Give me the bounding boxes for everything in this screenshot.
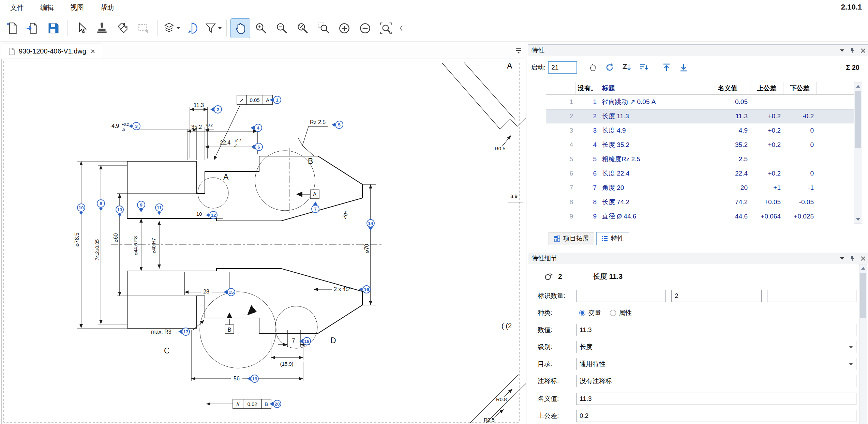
balloon-20[interactable]: 20 — [270, 400, 281, 408]
balloon-12[interactable]: 12 — [206, 211, 217, 219]
nominal-input[interactable] — [576, 393, 856, 405]
zoom-out-button[interactable] — [272, 18, 292, 38]
renumber-button[interactable] — [602, 60, 617, 75]
menu-edit[interactable]: 编辑 — [32, 1, 62, 14]
id-count-input-1[interactable] — [576, 290, 666, 302]
characteristic-row-7[interactable]: 77角度 2020+1-1 — [546, 181, 854, 195]
zoom-selection-button[interactable] — [314, 18, 333, 38]
characteristic-row-3[interactable]: 33长度 4.94.9+0.20 — [546, 123, 854, 138]
level-select[interactable]: 长度 — [576, 341, 856, 353]
id-count-input-2[interactable] — [671, 290, 762, 302]
svg-text:A: A — [266, 97, 269, 103]
balloon-8[interactable]: 8 — [97, 200, 105, 211]
toolbar-collapse-button[interactable] — [397, 18, 406, 38]
catalog-select[interactable]: 通用特性 — [576, 358, 856, 370]
balloon-15[interactable]: 15 — [224, 288, 235, 296]
radio-variable-input[interactable] — [579, 310, 585, 316]
window-list-button[interactable] — [513, 46, 524, 55]
balloon-6[interactable]: 6 — [251, 143, 263, 151]
table-scrollbar[interactable] — [854, 82, 862, 224]
pan-mini-button[interactable] — [585, 60, 600, 75]
menu-view[interactable]: 视图 — [62, 1, 92, 14]
panel-menu-caret-icon[interactable] — [840, 257, 844, 260]
id-count-input-3[interactable] — [767, 290, 856, 302]
characteristic-row-4[interactable]: 44长度 35.235.2+0.20 — [546, 138, 854, 152]
menu-help[interactable]: 帮助 — [92, 1, 122, 14]
pin-icon[interactable] — [850, 48, 855, 54]
balloon-11[interactable]: 11 — [155, 204, 163, 215]
tab-project-expansion[interactable]: 项目拓展 — [549, 232, 594, 245]
decrease-button[interactable] — [355, 18, 375, 38]
characteristic-row-2-selected[interactable]: 22长度 11.311.3+0.2-0.2 — [546, 109, 854, 123]
tab-characteristics[interactable]: 特性 — [596, 232, 629, 245]
marquee-select-button[interactable] — [134, 18, 153, 38]
balloon-5[interactable]: 5 — [332, 121, 343, 128]
scrollbar-thumb[interactable] — [855, 91, 861, 148]
radio-attribute[interactable]: 属性 — [610, 308, 632, 317]
mirror-view-button[interactable] — [182, 18, 202, 38]
panel-menu-caret-icon[interactable] — [840, 49, 844, 52]
zoom-fit-button[interactable] — [293, 18, 313, 38]
close-icon[interactable] — [90, 49, 95, 54]
svg-text:20: 20 — [274, 402, 280, 407]
filter-menu-button[interactable] — [203, 18, 223, 38]
column-header-nominal[interactable]: 名义值 — [705, 82, 750, 94]
column-header-index[interactable] — [546, 82, 576, 94]
balloon-18[interactable]: 18 — [299, 337, 311, 345]
characteristic-row-6[interactable]: 66长度 22.422.4+0.20 — [546, 166, 854, 181]
balloon-10[interactable]: 10 — [77, 204, 85, 215]
column-header-upper[interactable]: 上公差 — [750, 82, 783, 94]
document-tab[interactable]: 930-1200-406-V1.dwg — [3, 44, 101, 59]
move-down-button[interactable] — [676, 60, 691, 75]
sort-order-button[interactable] — [637, 60, 651, 75]
radio-attribute-input[interactable] — [610, 310, 616, 316]
details-scrollbar[interactable] — [859, 264, 867, 424]
balloon-17[interactable]: 17 — [178, 328, 190, 335]
layers-menu-button[interactable] — [161, 18, 181, 38]
close-icon[interactable] — [860, 256, 866, 261]
value-input[interactable] — [576, 324, 856, 336]
characteristic-row-9[interactable]: 99直径 Ø 44.644.6+0.064+0.025 — [546, 209, 854, 224]
menu-file[interactable]: 文件 — [2, 1, 32, 14]
balloon-16[interactable]: 16 — [359, 286, 370, 293]
radio-variable[interactable]: 变量 — [579, 308, 601, 317]
scroll-up-button[interactable] — [859, 264, 867, 272]
column-header-no[interactable]: 没有。 — [576, 82, 599, 94]
balloon-4[interactable]: 4 — [251, 124, 262, 132]
balloon-14[interactable]: 14 — [367, 219, 374, 231]
sort-z-button[interactable] — [619, 60, 634, 75]
start-number-input[interactable] — [548, 61, 577, 74]
upper-tolerance-input[interactable] — [576, 410, 856, 422]
column-header-title[interactable]: 标题 — [599, 82, 705, 94]
balloon-2[interactable]: 2 — [210, 106, 222, 113]
balloon-9[interactable]: 9 — [137, 201, 145, 212]
balloon-19[interactable]: 19 — [247, 375, 258, 382]
note-input[interactable] — [576, 375, 856, 387]
open-document-button[interactable] — [23, 18, 43, 38]
zoom-window-button[interactable] — [376, 18, 396, 38]
characteristic-row-1[interactable]: 11径向跳动 ↗ 0.05 A0.05 — [546, 95, 854, 109]
document-tab-label: 930-1200-406-V1.dwg — [19, 47, 86, 55]
balloon-3[interactable]: 3 — [129, 122, 140, 130]
close-icon[interactable] — [860, 48, 866, 53]
pin-icon[interactable] — [850, 256, 855, 261]
move-up-button[interactable] — [659, 60, 674, 75]
drawing-canvas[interactable]: A B C D ⌀78.5 74.2±0.05 ⌀60 ⌀4 — [1, 59, 526, 424]
scroll-down-button[interactable] — [854, 216, 862, 223]
pan-tool-button[interactable] — [230, 18, 250, 38]
characteristic-row-5[interactable]: 55粗糙度Rz 2.52.5 — [546, 152, 854, 166]
characteristic-row-8[interactable]: 88长度 74.274.2+0.05-0.05 — [546, 195, 854, 209]
scrollbar-thumb[interactable] — [860, 273, 866, 318]
scroll-up-button[interactable] — [854, 82, 862, 90]
toolbar-separator — [226, 20, 227, 36]
column-header-lower[interactable]: 下公差 — [783, 82, 817, 94]
increase-button[interactable] — [334, 18, 354, 38]
save-button[interactable] — [44, 18, 63, 38]
tag-tool-button[interactable] — [113, 18, 133, 38]
stamp-tool-button[interactable] — [92, 18, 112, 38]
balloon-13[interactable]: 13 — [116, 206, 123, 217]
zoom-in-button[interactable] — [251, 18, 271, 38]
balloon-7[interactable]: 7 — [312, 201, 319, 213]
select-tool-button[interactable] — [71, 18, 91, 38]
new-document-button[interactable] — [2, 18, 22, 38]
